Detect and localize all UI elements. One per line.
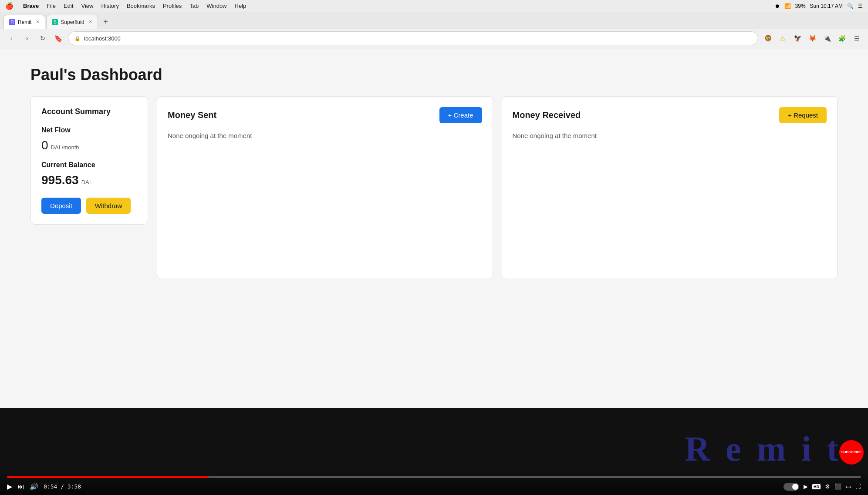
extension-icon-1[interactable]: 🦊 — [806, 32, 818, 44]
address-bar[interactable]: 🔒 localhost:3000 — [68, 31, 758, 45]
money-sent-title: Money Sent — [168, 110, 216, 120]
account-summary-heading: Account Summary — [41, 107, 137, 116]
back-button[interactable]: ‹ — [5, 32, 17, 44]
bookmark-icon[interactable]: 🔖 — [52, 34, 64, 43]
total-time: 3:58 — [68, 483, 81, 490]
money-received-empty: None ongoing at the moment — [513, 132, 827, 139]
tab-close-superfluid[interactable]: ✕ — [88, 19, 92, 25]
request-button[interactable]: + Request — [779, 107, 827, 123]
balance-number: 995.63 — [41, 173, 79, 187]
new-tab-button[interactable]: + — [99, 15, 112, 29]
battery-indicator: 39% — [795, 3, 806, 9]
spotlight-icon[interactable]: 🔍 — [847, 3, 854, 9]
menu-file[interactable]: File — [47, 3, 56, 9]
video-controls: ▶ ⏭ 🔊 0:54 / 3:58 ▶ HD ⚙ ⬛ ▭ ⛶ — [0, 473, 868, 495]
money-sent-empty: None ongoing at the moment — [168, 132, 482, 139]
menu-history[interactable]: History — [101, 3, 118, 9]
clock: Sun 10:17 AM — [810, 3, 843, 9]
money-sent-card: Money Sent + Create None ongoing at the … — [157, 96, 493, 279]
controls-right: ▶ HD ⚙ ⬛ ▭ ⛶ — [784, 483, 861, 491]
tab-favicon-superfluid: S — [52, 19, 58, 25]
menubar-right: ⏺ 📶 39% Sun 10:17 AM 🔍 ☰ — [775, 3, 863, 9]
menu-icon[interactable]: ☰ — [851, 32, 863, 44]
brave-shield-icon[interactable]: 🦁 — [762, 32, 774, 44]
autoplay-toggle[interactable] — [784, 483, 799, 491]
brave-rewards-icon[interactable]: 🦅 — [791, 32, 804, 44]
progress-bar[interactable] — [7, 476, 861, 478]
menu-edit[interactable]: Edit — [64, 3, 73, 9]
hd-badge: HD — [812, 484, 821, 489]
menu-tab[interactable]: Tab — [189, 3, 199, 9]
current-balance-label: Current Balance — [41, 161, 137, 169]
subtitles-button[interactable]: ⬛ — [834, 483, 841, 490]
page-title: Paul's Dashboard — [30, 66, 838, 84]
tab-favicon-remit: R — [9, 19, 15, 25]
current-balance-value: 995.63 DAI — [41, 173, 137, 187]
account-summary-card: Account Summary Net Flow 0 DAI /month Cu… — [30, 96, 148, 225]
current-time: 0:54 — [44, 483, 57, 490]
extension-icon-2[interactable]: 🔌 — [821, 32, 833, 44]
net-flow-number: 0 — [41, 138, 48, 152]
toggle-knob — [792, 484, 798, 490]
time-display: 0:54 / 3:58 — [44, 483, 81, 490]
menu-view[interactable]: View — [81, 3, 94, 9]
tab-remit[interactable]: R Remit ✕ — [3, 15, 45, 29]
money-received-header: Money Received + Request — [513, 107, 827, 123]
menu-bookmarks[interactable]: Bookmarks — [127, 3, 155, 9]
controls-row: ▶ ⏭ 🔊 0:54 / 3:58 ▶ HD ⚙ ⬛ ▭ ⛶ — [7, 482, 861, 491]
tab-superfluid[interactable]: S Superfluid ✕ — [46, 15, 98, 29]
nav-bar: ‹ › ↻ 🔖 🔒 localhost:3000 🦁 ⚠ 🦅 🦊 🔌 🧩 ☰ — [0, 29, 868, 48]
play-button[interactable]: ▶ — [7, 482, 12, 491]
browser-chrome: R Remit ✕ S Superfluid ✕ + ‹ › ↻ 🔖 🔒 loc… — [0, 12, 868, 48]
url-display: localhost:3000 — [84, 35, 752, 42]
balance-unit: DAI — [81, 179, 91, 185]
nav-actions: 🦁 ⚠ 🦅 🦊 🔌 🧩 ☰ — [762, 32, 863, 44]
subscribe-button[interactable]: SUBSCRIBE — [839, 440, 864, 465]
next-button[interactable]: ⏭ — [17, 483, 24, 491]
card-divider — [41, 119, 137, 119]
create-button[interactable]: + Create — [439, 107, 482, 123]
notification-icon[interactable]: ☰ — [858, 3, 863, 9]
deposit-button[interactable]: Deposit — [41, 198, 81, 214]
tab-label-superfluid: Superfluid — [61, 19, 84, 25]
menu-profiles[interactable]: Profiles — [163, 3, 182, 9]
tab-close-remit[interactable]: ✕ — [36, 19, 40, 25]
volume-button[interactable]: 🔊 — [30, 482, 38, 491]
puzzle-icon[interactable]: 🧩 — [836, 32, 848, 44]
theater-button[interactable]: ▭ — [846, 483, 851, 490]
forward-button[interactable]: › — [21, 32, 33, 44]
time-separator: / — [61, 483, 68, 490]
tab-bar: R Remit ✕ S Superfluid ✕ + — [0, 12, 868, 29]
settings-button[interactable]: ⚙ — [825, 483, 830, 490]
withdraw-button[interactable]: Withdraw — [86, 198, 131, 214]
video-watermark: R e m i t — [685, 429, 842, 469]
playback-speed-button[interactable]: ▶ — [804, 483, 808, 490]
menu-window[interactable]: Window — [206, 3, 226, 9]
tab-label-remit: Remit — [18, 19, 31, 25]
menu-help[interactable]: Help — [235, 3, 247, 9]
card-actions: Deposit Withdraw — [41, 198, 137, 214]
lock-icon: 🔒 — [74, 36, 81, 41]
money-received-card: Money Received + Request None ongoing at… — [502, 96, 838, 279]
progress-fill — [7, 476, 209, 478]
cards-row: Account Summary Net Flow 0 DAI /month Cu… — [30, 96, 838, 279]
money-received-title: Money Received — [513, 110, 581, 120]
video-player: R e m i t SUBSCRIBE ▶ ⏭ 🔊 0:54 / 3:58 ▶ … — [0, 408, 868, 495]
net-flow-label: Net Flow — [41, 126, 137, 134]
fullscreen-button[interactable]: ⛶ — [855, 483, 861, 490]
menubar: 🍎 Brave File Edit View History Bookmarks… — [0, 0, 868, 12]
net-flow-unit: DAI /month — [51, 144, 79, 151]
app-name[interactable]: Brave — [23, 3, 39, 9]
net-flow-value: 0 DAI /month — [41, 138, 137, 152]
browser-content: Paul's Dashboard Account Summary Net Flo… — [0, 48, 868, 408]
wifi-icon: 📶 — [784, 3, 791, 9]
recording-indicator: ⏺ — [775, 3, 780, 9]
warning-icon[interactable]: ⚠ — [777, 32, 789, 44]
apple-menu[interactable]: 🍎 — [5, 2, 14, 10]
reload-button[interactable]: ↻ — [37, 32, 49, 44]
money-sent-header: Money Sent + Create — [168, 107, 482, 123]
